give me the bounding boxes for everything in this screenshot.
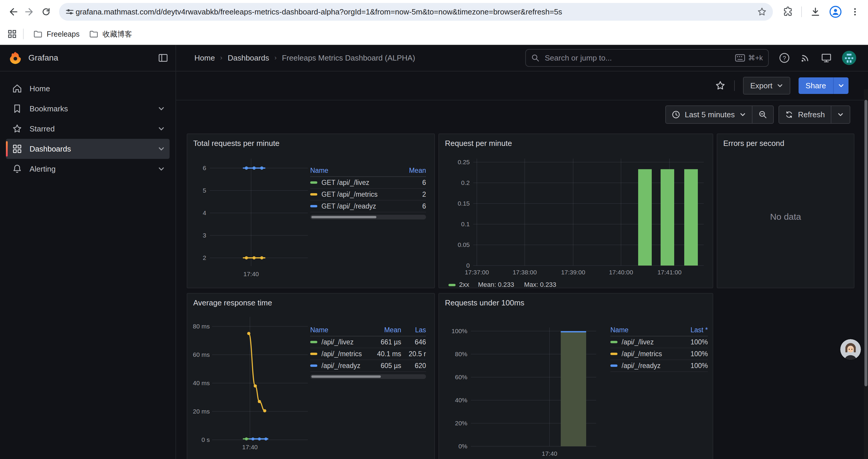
legend-row[interactable]: /api/_/livez 661 µs 646 bbox=[310, 336, 426, 348]
svg-text:17:40: 17:40 bbox=[542, 450, 557, 457]
scrollbar-thumb[interactable] bbox=[864, 100, 867, 386]
breadcrumb-dashboards[interactable]: Dashboards bbox=[228, 54, 269, 63]
kiosk-monitor-icon[interactable] bbox=[821, 52, 832, 64]
series-name[interactable]: /api/_/readyz bbox=[321, 362, 376, 370]
legend-col-last[interactable]: Last * bbox=[678, 326, 708, 334]
favorite-star-icon[interactable] bbox=[715, 80, 726, 91]
legend[interactable]: 2xxMean: 0.233Max: 0.233 bbox=[448, 281, 556, 288]
series-name[interactable]: GET /api/_/metrics bbox=[321, 191, 401, 198]
site-settings-icon[interactable] bbox=[65, 7, 74, 17]
legend-row[interactable]: /api/_/metrics 40.1 ms 20.5 r bbox=[310, 348, 426, 360]
legend-scrollbar[interactable] bbox=[310, 374, 426, 379]
dashboards-icon bbox=[12, 143, 23, 154]
sidebar-collapse-icon[interactable] bbox=[158, 53, 168, 63]
search-bar[interactable]: ⌘+k bbox=[525, 49, 769, 67]
legend-col-mean[interactable]: Mean bbox=[401, 167, 426, 174]
series-name[interactable]: /api/_/livez bbox=[321, 338, 376, 346]
dashboard-content: Last 5 minutes Refresh bbox=[176, 100, 868, 459]
svg-text:5: 5 bbox=[203, 187, 206, 194]
time-range-picker[interactable]: Last 5 minutes bbox=[665, 105, 774, 124]
series-mean: 40.1 ms bbox=[376, 350, 401, 358]
news-rss-icon[interactable] bbox=[800, 53, 811, 63]
panel-title[interactable]: Errors per second bbox=[722, 138, 849, 150]
series-name[interactable]: GET /api/_/readyz bbox=[321, 202, 401, 210]
series-color-chip bbox=[310, 193, 317, 196]
export-button[interactable]: Export bbox=[743, 77, 790, 95]
chart-svg: 80 ms60 ms40 ms20 ms0 s17:40 bbox=[192, 310, 310, 454]
barchart-plot[interactable]: 100%80%60%40%20%0%17:40 bbox=[444, 310, 609, 459]
floating-assistant-avatar[interactable] bbox=[840, 339, 861, 360]
legend-row[interactable]: /api/_/livez 100% bbox=[610, 336, 708, 348]
legend-col-last[interactable]: Las bbox=[401, 326, 426, 334]
series-name[interactable]: /api/_/metrics bbox=[321, 350, 376, 358]
forward-button[interactable] bbox=[21, 4, 38, 20]
url-bar[interactable] bbox=[59, 3, 773, 21]
legend-row[interactable]: /api/_/metrics 100% bbox=[610, 348, 708, 360]
legend-col-mean[interactable]: Mean bbox=[376, 326, 401, 334]
legend-row[interactable]: GET /api/_/livez 6 bbox=[310, 177, 426, 189]
bookmark-label[interactable]: Freeleaps bbox=[47, 30, 80, 38]
bookmark-star-icon[interactable] bbox=[757, 7, 767, 17]
panel-title[interactable]: Average response time bbox=[192, 297, 430, 310]
sidebar-item-bookmarks[interactable]: Bookmarks bbox=[6, 99, 169, 119]
bookmark-folder-freeleaps[interactable]: Freeleaps bbox=[28, 27, 84, 41]
breadcrumb-home[interactable]: Home bbox=[194, 54, 215, 63]
svg-text:20%: 20% bbox=[455, 420, 467, 427]
sidebar-item-home[interactable]: Home bbox=[6, 78, 169, 99]
bookmarks-divider bbox=[23, 29, 24, 39]
sidebar-item-alerting[interactable]: Alerting bbox=[6, 159, 169, 179]
timeseries-plot[interactable]: 6543217:40 bbox=[192, 150, 310, 283]
browser-profile-avatar[interactable] bbox=[829, 5, 842, 18]
bookmark-folder-blogs[interactable]: 收藏博客 bbox=[84, 27, 137, 41]
download-icon[interactable] bbox=[810, 6, 821, 17]
series-mean: 6 bbox=[401, 179, 426, 187]
barchart-plot[interactable]: 0.250.20.150.10.05017:37:0017:38:0017:39… bbox=[444, 150, 709, 283]
panel-errors-per-second: Errors per second No data bbox=[717, 133, 855, 288]
sidebar-item-starred[interactable]: Starred bbox=[6, 119, 169, 139]
series-color-chip bbox=[310, 364, 317, 367]
series-name[interactable]: /api/_/metrics bbox=[622, 350, 678, 358]
timeseries-plot[interactable]: 80 ms60 ms40 ms20 ms0 s17:40 bbox=[192, 310, 310, 459]
refresh-interval-chevron[interactable] bbox=[831, 106, 850, 123]
user-avatar[interactable] bbox=[842, 51, 856, 65]
series-name[interactable]: GET /api/_/livez bbox=[321, 179, 401, 187]
legend-scrollbar[interactable] bbox=[310, 215, 426, 220]
panel-title[interactable]: Total requests per minute bbox=[192, 138, 430, 150]
panel-title[interactable]: Request per minute bbox=[444, 138, 708, 150]
help-icon[interactable]: ? bbox=[779, 52, 790, 64]
sidebar-item-label: Dashboards bbox=[30, 144, 158, 154]
search-input[interactable] bbox=[544, 53, 735, 63]
series-color-chip bbox=[310, 341, 317, 343]
extensions-icon[interactable] bbox=[782, 6, 793, 17]
legend-col-name[interactable]: Name bbox=[310, 326, 376, 334]
series-mean: 605 µs bbox=[376, 362, 401, 370]
apps-grid-icon[interactable] bbox=[7, 29, 17, 39]
reload-button[interactable] bbox=[38, 4, 54, 20]
browser-menu-icon[interactable] bbox=[850, 7, 860, 17]
legend-col-name[interactable]: Name bbox=[610, 326, 678, 334]
svg-text:0.25: 0.25 bbox=[458, 159, 470, 165]
time-range-main[interactable]: Last 5 minutes bbox=[666, 106, 752, 123]
back-button[interactable] bbox=[5, 4, 21, 20]
panel-title[interactable]: Requests under 100ms bbox=[444, 297, 708, 310]
page-scrollbar[interactable] bbox=[864, 89, 868, 459]
grafana-logo[interactable] bbox=[8, 51, 23, 65]
legend-col-name[interactable]: Name bbox=[310, 167, 401, 174]
zoom-out-button[interactable] bbox=[752, 106, 773, 123]
legend-row[interactable]: /api/_/readyz 100% bbox=[610, 360, 708, 372]
refresh-picker[interactable]: Refresh bbox=[778, 105, 850, 124]
top-nav-right: ⌘+k ? bbox=[525, 49, 856, 67]
series-name[interactable]: /api/_/livez bbox=[622, 338, 678, 346]
legend-row[interactable]: GET /api/_/metrics 2 bbox=[310, 189, 426, 201]
refresh-button[interactable]: Refresh bbox=[779, 106, 831, 123]
sidebar-item-dashboards[interactable]: Dashboards bbox=[6, 139, 169, 159]
url-input[interactable] bbox=[74, 7, 757, 17]
series-name[interactable]: /api/_/readyz bbox=[622, 362, 678, 370]
share-button[interactable]: Share bbox=[799, 77, 848, 94]
share-dropdown-chevron[interactable] bbox=[833, 77, 848, 94]
series-last: 100% bbox=[678, 338, 708, 346]
bookmark-label[interactable]: 收藏博客 bbox=[102, 29, 132, 39]
legend-row[interactable]: GET /api/_/readyz 6 bbox=[310, 201, 426, 212]
legend-row[interactable]: /api/_/readyz 605 µs 620 bbox=[310, 360, 426, 372]
share-label[interactable]: Share bbox=[799, 77, 833, 94]
